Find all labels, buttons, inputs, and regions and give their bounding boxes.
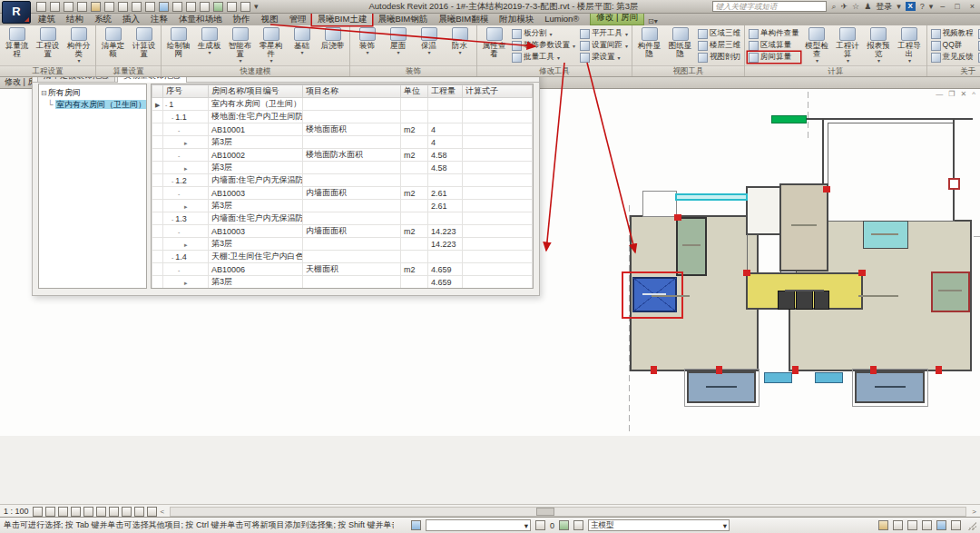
design-options-icon[interactable]	[559, 520, 569, 530]
ribbon-button[interactable]: 构件分类▾	[64, 26, 93, 64]
horizontal-scrollbar[interactable]	[170, 507, 966, 517]
shadow-icon[interactable]	[45, 507, 55, 517]
ribbon-button[interactable]: 装饰▾	[353, 26, 381, 55]
worksharing-icon[interactable]	[134, 507, 144, 517]
filter-icon[interactable]	[878, 520, 888, 530]
expander-icon[interactable]: -	[178, 127, 180, 133]
ribbon-button[interactable]: 清单定额	[99, 26, 127, 58]
tree-child-node[interactable]: └ 室内有水房间（卫生间）	[47, 99, 144, 111]
table-row[interactable]: -AB10002楼地面防水面积m24.58	[152, 149, 533, 162]
ribbon-button[interactable]: 报表预览▾	[865, 26, 893, 64]
expander-icon[interactable]: -	[178, 191, 180, 197]
column-header[interactable]: 工程量	[428, 85, 463, 98]
quantity-grid[interactable]: 序号房间名称/项目编号项目名称单位工程量计算式子 ▶-1室内有水房间（卫生间）-…	[151, 84, 534, 289]
ribbon-button[interactable]: 关于	[977, 28, 980, 39]
active-only-icon[interactable]	[573, 520, 583, 530]
save-icon[interactable]	[50, 2, 60, 12]
table-row[interactable]: -AB10003内墙面面积m214.223	[152, 225, 533, 238]
constraints-icon[interactable]	[122, 507, 132, 517]
ribbon-button[interactable]: 工程设置	[34, 26, 62, 58]
application-menu-button[interactable]: R	[2, 1, 31, 24]
ribbon-button[interactable]: 屋面▾	[384, 26, 412, 55]
scroll-right-icon[interactable]: >	[972, 508, 976, 516]
column-header[interactable]: 序号	[163, 85, 209, 98]
temporary-hide-icon[interactable]	[96, 507, 106, 517]
open-icon[interactable]	[36, 2, 46, 12]
press-drag-icon[interactable]	[907, 520, 917, 530]
ribbon-button[interactable]: 算量流程	[3, 26, 31, 58]
ribbon-tab[interactable]: 体量和场地	[173, 13, 228, 25]
expander-icon[interactable]: -	[165, 102, 167, 108]
ribbon-button[interactable]: 工程导出▾	[896, 26, 924, 64]
communication-icon[interactable]: ✈	[841, 2, 848, 12]
table-row[interactable]: ▸第3层4.659	[152, 276, 533, 289]
menu-icon[interactable]	[240, 2, 250, 12]
table-row[interactable]: -1.3内墙面:住宅户内无保温防水墙...	[152, 212, 533, 225]
worksets-icon[interactable]	[411, 520, 421, 530]
3d-view-icon[interactable]	[145, 2, 155, 12]
expander-icon[interactable]: -	[178, 153, 180, 159]
text-icon[interactable]	[118, 2, 128, 12]
ribbon-button[interactable]: 楼层三维	[697, 40, 741, 51]
column-header[interactable]: 单位	[401, 85, 428, 98]
design-options-dropdown[interactable]: 主模型▾	[588, 519, 730, 531]
ribbon-tab[interactable]: 注释	[145, 13, 173, 25]
scroll-left-icon[interactable]: <	[161, 508, 165, 516]
table-row[interactable]: ▶-1室内有水房间（卫生间）	[152, 98, 533, 111]
ribbon-button[interactable]: 绘制轴网	[164, 26, 192, 58]
restore-button[interactable]: □	[952, 2, 962, 11]
ribbon-button[interactable]: 智能布置▾	[226, 26, 254, 64]
ribbon-button[interactable]: 批量工具▾	[511, 52, 576, 63]
ribbon-button[interactable]: QQ群	[930, 40, 975, 51]
tree-root-node[interactable]: ⊟所有房间	[41, 87, 144, 99]
ribbon-button[interactable]: 区域三维	[697, 28, 741, 39]
sun-path-icon[interactable]	[58, 507, 68, 517]
ribbon-button[interactable]: 生成板▾	[195, 26, 223, 55]
clipboard-icon[interactable]	[186, 2, 196, 12]
expander-icon[interactable]: ▸	[184, 165, 188, 172]
ribbon-tab[interactable]: 系统	[89, 13, 117, 25]
column-header[interactable]: 计算式子	[463, 85, 533, 98]
ribbon-button[interactable]: 区域算量	[748, 40, 800, 51]
ribbon-button[interactable]: 构件显隐	[635, 26, 663, 58]
expander-icon[interactable]: -	[178, 229, 180, 235]
tab-chenxi-bim-tujian[interactable]: 晨曦BIM土建	[312, 13, 373, 25]
search-input[interactable]: 键入关键字或短语	[712, 1, 827, 12]
selection-count-icon[interactable]	[951, 520, 961, 530]
edit-icon[interactable]	[893, 520, 903, 530]
filter-icon[interactable]	[200, 2, 210, 12]
room-tree[interactable]: ⊟所有房间 └ 室内有水房间（卫生间）	[38, 84, 147, 289]
table-row[interactable]: ▸第3层4	[152, 136, 533, 149]
worksets-dropdown[interactable]: ▾	[426, 519, 531, 531]
scrollbar-thumb[interactable]	[536, 508, 554, 516]
ribbon-button[interactable]: 装饰参数设置▾	[511, 40, 576, 51]
reveal-hidden-icon[interactable]	[83, 507, 93, 517]
tag-icon[interactable]	[132, 2, 142, 12]
account-person-icon[interactable]: ♟	[864, 2, 871, 12]
ribbon-button[interactable]: 工程计算▾	[834, 26, 862, 64]
ribbon-tab[interactable]: 插入	[117, 13, 145, 25]
ribbon-tab[interactable]: 附加模块	[494, 13, 539, 25]
sign-in-button[interactable]: 登录	[876, 1, 892, 13]
undo-icon[interactable]	[64, 2, 74, 12]
expander-icon[interactable]: ▸	[184, 280, 188, 286]
expander-icon[interactable]: ▸	[184, 242, 188, 248]
help-dropdown-icon[interactable]: ▾	[929, 2, 934, 12]
ribbon-button[interactable]: 帮助	[977, 40, 980, 51]
close-button[interactable]: ×	[967, 2, 977, 11]
signin-dropdown-icon[interactable]: ▾	[897, 2, 901, 12]
ribbon-tab[interactable]: 晨曦BIM翻模	[433, 13, 494, 25]
favorites-star-icon[interactable]: ☆	[852, 2, 859, 12]
expander-icon[interactable]: -	[172, 216, 173, 222]
ribbon-tab[interactable]: 结构	[61, 13, 89, 25]
ribbon-tab[interactable]: Lumion®	[539, 13, 584, 25]
ribbon-button[interactable]: 基础▾	[288, 26, 316, 55]
help-icon[interactable]: ?	[920, 2, 925, 12]
ribbon-button[interactable]: 平开工具▾	[579, 28, 629, 39]
tree-collapse-icon[interactable]: ⊟	[41, 89, 47, 97]
funnel-icon[interactable]	[936, 520, 946, 530]
ribbon-button[interactable]: 设置间距▾	[579, 40, 629, 51]
ribbon-button[interactable]: 零星构件▾	[257, 26, 285, 64]
schedule-icon[interactable]	[213, 2, 223, 12]
editable-only-icon[interactable]	[535, 520, 545, 530]
